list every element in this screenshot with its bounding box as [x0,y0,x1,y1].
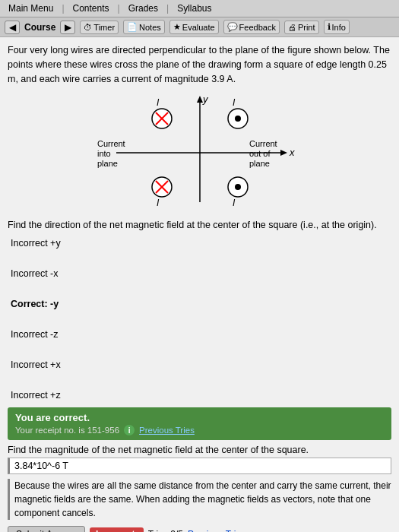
timer-icon: ⏱ [84,23,92,32]
svg-text:out of: out of [249,149,271,158]
svg-text:I: I [233,97,236,108]
info-button[interactable]: ℹ Info [324,20,350,34]
toolbar: ◀ Course ▶ ⏱ Timer 📄 Notes ★ Evaluate 💬 … [0,17,399,37]
submit-button[interactable]: Submit Answer [8,526,85,532]
forward-button[interactable]: ▶ [60,21,75,34]
info-label: Info [332,23,346,32]
evaluate-button[interactable]: ★ Evaluate [169,20,219,34]
svg-text:plane: plane [97,159,118,168]
options-list: Incorrect +y Incorrect -x Correct: -y In… [11,236,391,403]
correct-message: You are correct. [15,412,195,423]
option-6: Incorrect +z [11,388,391,403]
explanation-text: Because the wires are all the same dista… [8,479,391,520]
svg-text:Current: Current [97,139,125,148]
menu-contents[interactable]: Contents [68,2,115,15]
svg-text:x: x [289,147,295,158]
svg-text:I: I [157,97,160,108]
print-label: Print [298,23,315,32]
timer-button[interactable]: ⏱ Timer [80,21,119,34]
svg-text:Current: Current [249,139,277,148]
receipt-info-icon: i [124,425,135,435]
previous-tries-link[interactable]: Previous Tries [139,426,195,435]
info-icon: ℹ [328,22,331,32]
option-3-correct: Correct: -y [11,296,391,312]
svg-marker-3 [280,150,287,156]
menu-syllabus[interactable]: Syllabus [172,2,217,15]
evaluate-label: Evaluate [182,23,215,32]
find-magnitude-text: Find the magnitude of the net magnetic f… [8,445,391,455]
incorrect-badge: Incorrect. [90,527,144,532]
svg-text:y: y [202,93,209,105]
find-direction-text: Find the direction of the net magnetic f… [8,218,391,233]
problem-description: Four very long wires are directed perpen… [8,43,391,86]
print-icon: 🖨 [288,23,296,32]
answer-row: Submit Answer Incorrect. Tries 3/5 Previ… [8,526,391,532]
svg-point-18 [235,184,241,190]
option-2: Incorrect -x [11,266,391,281]
diagram-container: y x I I I [8,92,391,214]
feedback-box: You are correct. Your receipt no. is 151… [8,407,391,440]
menu-main[interactable]: Main Menu [3,2,59,15]
feedback-button[interactable]: 💬 Feedback [223,20,280,34]
svg-text:plane: plane [249,159,270,168]
option-5: Incorrect +x [11,357,391,372]
timer-label: Timer [93,23,115,32]
svg-text:I: I [233,198,236,208]
menu-bar: Main Menu | Contents | Grades | Syllabus [0,0,399,17]
previous-tries-link2[interactable]: Previous Tries [188,529,245,532]
svg-marker-1 [197,96,203,103]
tries-text: Tries 3/5 [148,529,183,532]
physics-diagram: y x I I I [93,92,306,214]
svg-text:I: I [157,198,160,208]
back-button[interactable]: ◀ [5,21,20,34]
option-1: Incorrect +y [11,236,391,251]
notes-label: Notes [139,23,161,32]
course-label: Course [24,22,55,33]
option-4: Incorrect -z [11,327,391,342]
receipt-text: Your receipt no. is 151-956 [15,426,119,435]
notes-icon: 📄 [127,22,138,32]
feedback-label: Feedback [239,23,276,32]
evaluate-icon: ★ [173,22,181,32]
feedback-icon: 💬 [227,22,238,32]
magnitude-answer: 3.84*10^-6 T [8,458,391,474]
svg-point-11 [235,116,241,122]
content-area: Four very long wires are directed perpen… [0,37,399,532]
menu-grades[interactable]: Grades [123,2,163,15]
notes-button[interactable]: 📄 Notes [123,20,165,34]
svg-text:into: into [97,149,111,158]
print-button[interactable]: 🖨 Print [284,21,319,34]
